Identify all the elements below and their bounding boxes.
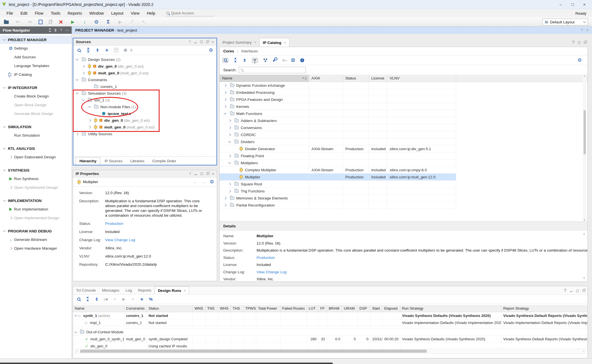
collapse-all-icon[interactable] bbox=[86, 48, 90, 53]
column-header[interactable]: VLNV bbox=[387, 75, 456, 82]
collapse-all-icon[interactable] bbox=[85, 297, 90, 302]
step-back-icon[interactable]: « bbox=[112, 297, 117, 302]
column-header[interactable]: License bbox=[369, 75, 387, 82]
tree-chevron-icon[interactable] bbox=[224, 91, 227, 94]
design-run-row[interactable]: mult_gen_0_synth_1 mult_gen_0 synth_desi… bbox=[73, 336, 587, 343]
close-icon[interactable]: × bbox=[586, 29, 589, 32]
tree-chevron-icon[interactable] bbox=[224, 204, 227, 207]
license-key-icon[interactable] bbox=[281, 58, 286, 63]
gear-icon[interactable] bbox=[577, 58, 582, 63]
sidebar-item[interactable]: IP Catalog bbox=[0, 70, 72, 79]
section-ip-integrator[interactable]: IP INTEGRATOR bbox=[0, 83, 72, 92]
messages-icon[interactable] bbox=[123, 48, 128, 53]
catalog-row[interactable]: Dynamic Function eXchange bbox=[220, 82, 456, 89]
float-panel-icon[interactable] bbox=[582, 290, 585, 292]
column-header[interactable]: Constraints bbox=[124, 305, 147, 312]
sources-tree-row[interactable]: div_gen_0 (div_gen_0.xci) bbox=[73, 117, 217, 124]
design-run-row[interactable]: synth_1 (active) constrs_1 Not started bbox=[73, 312, 587, 319]
catalog-row[interactable]: Multiplier Production Included xilinx.co… bbox=[220, 174, 456, 181]
column-header[interactable]: Start bbox=[370, 305, 383, 312]
menu-item[interactable]: Edit bbox=[17, 9, 31, 17]
catalog-row[interactable]: CORDIC bbox=[220, 131, 456, 138]
column-header[interactable]: Report Strategy bbox=[502, 305, 587, 312]
menu-item[interactable]: Help bbox=[143, 9, 159, 17]
close-panel-icon[interactable]: × bbox=[212, 172, 214, 175]
sources-tree-row[interactable]: constrs_1 bbox=[73, 83, 217, 90]
ip-settings-icon[interactable] bbox=[291, 58, 295, 63]
section-simulation[interactable]: SIMULATION bbox=[0, 123, 72, 131]
minimize-panel-icon[interactable] bbox=[570, 291, 573, 292]
expand-all-icon[interactable] bbox=[242, 58, 247, 63]
maximize-panel-icon[interactable] bbox=[200, 172, 203, 175]
minimize-panel-icon[interactable]: — bbox=[65, 28, 69, 32]
search-icon[interactable] bbox=[222, 58, 228, 63]
tree-chevron-icon[interactable] bbox=[224, 112, 227, 115]
tree-chevron-icon[interactable] bbox=[228, 154, 231, 157]
menu-item[interactable]: Reports bbox=[64, 9, 86, 17]
scroll-down-icon[interactable]: ∨ bbox=[583, 276, 585, 280]
catalog-row[interactable]: Floating Point bbox=[220, 152, 456, 159]
gear-icon[interactable] bbox=[209, 48, 213, 53]
catalog-row[interactable]: Kernels bbox=[220, 103, 456, 110]
toolbar-icon[interactable] bbox=[27, 19, 32, 25]
scroll-down-icon[interactable]: ∨ bbox=[584, 218, 586, 221]
tree-chevron-icon[interactable] bbox=[76, 132, 79, 135]
tree-chevron-icon[interactable] bbox=[82, 98, 85, 101]
sources-tree-row[interactable]: Simulation Sources (3) bbox=[73, 90, 217, 97]
tree-chevron-icon[interactable] bbox=[224, 105, 227, 108]
horizontal-scrollbar[interactable]: ‹ › bbox=[75, 349, 585, 354]
search-icon[interactable] bbox=[77, 48, 81, 53]
tab-design-runs[interactable]: Design Runs× bbox=[154, 286, 189, 294]
subtab-interfaces[interactable]: Interfaces bbox=[241, 49, 258, 53]
help-icon[interactable]: ? bbox=[189, 40, 191, 44]
layout-selector[interactable]: Default Layout bbox=[542, 19, 588, 25]
minimize-window-icon[interactable]: – bbox=[555, 0, 567, 9]
sources-tree-row[interactable]: Non-module Files (1) bbox=[73, 103, 217, 110]
catalog-row[interactable]: Adders & Subtracters bbox=[220, 117, 456, 124]
tree-chevron-icon[interactable] bbox=[76, 58, 79, 61]
maximize-panel-icon[interactable] bbox=[200, 41, 203, 43]
toolbar-icon[interactable] bbox=[94, 19, 99, 25]
column-header[interactable]: Status bbox=[343, 75, 369, 82]
sidebar-item[interactable]: Run Simulation bbox=[0, 131, 72, 140]
tree-chevron-icon[interactable] bbox=[224, 197, 227, 199]
sources-tree-row[interactable]: Design Sources (2) bbox=[73, 56, 217, 63]
hide-filters-icon[interactable] bbox=[252, 58, 258, 63]
maximize-window-icon[interactable]: □ bbox=[567, 0, 578, 9]
maximize-panel-icon[interactable] bbox=[576, 290, 579, 292]
close-tab-icon[interactable]: × bbox=[284, 41, 286, 45]
column-header[interactable]: BRAM bbox=[327, 305, 342, 312]
column-header[interactable]: DSP bbox=[358, 305, 370, 312]
column-header[interactable]: THS bbox=[231, 305, 244, 312]
section-project-manager[interactable]: PROJECT MANAGER bbox=[0, 35, 72, 44]
toolbar-icon[interactable] bbox=[129, 19, 135, 25]
sources-tree-row[interactable]: ipcore_test.v bbox=[73, 110, 217, 117]
expand-all-icon[interactable] bbox=[95, 48, 100, 53]
minimize-panel-icon[interactable] bbox=[194, 43, 197, 43]
column-header[interactable]: Name1 bbox=[220, 75, 309, 82]
column-header[interactable]: Run Strategy bbox=[400, 305, 502, 312]
expand-all-icon[interactable] bbox=[94, 297, 99, 302]
close-window-icon[interactable]: × bbox=[578, 0, 590, 9]
sources-view-tab[interactable]: IP Sources bbox=[101, 157, 126, 165]
sidebar-item[interactable]: Open Hardware Manager bbox=[0, 244, 72, 253]
sidebar-item[interactable]: Open Elaborated Design bbox=[0, 153, 72, 161]
close-tab-icon[interactable]: × bbox=[184, 288, 186, 293]
tree-chevron-icon[interactable] bbox=[228, 183, 231, 185]
sources-tree-row[interactable]: div_gen_0 (div_gen_0.xci) bbox=[73, 63, 217, 70]
sources-tree-row[interactable]: Utility Sources bbox=[73, 130, 217, 137]
catalog-row[interactable]: FPGA Features and Design bbox=[220, 96, 456, 103]
sidebar-item[interactable]: Generate Block Design bbox=[0, 109, 72, 118]
minimize-panel-icon[interactable] bbox=[195, 174, 197, 175]
tab-log[interactable]: Log bbox=[122, 286, 135, 294]
tab-tcl-console[interactable]: Tcl Console bbox=[73, 286, 99, 294]
toolbar-icon[interactable] bbox=[70, 19, 76, 25]
sources-view-tab[interactable]: Libraries bbox=[127, 157, 148, 165]
tree-chevron-icon[interactable] bbox=[228, 190, 231, 192]
menu-item[interactable]: Flow bbox=[31, 9, 47, 17]
sidebar-item[interactable]: Open Block Design bbox=[0, 101, 72, 109]
tree-chevron-icon[interactable] bbox=[88, 126, 91, 128]
scroll-up-icon[interactable]: ∧ bbox=[583, 232, 585, 236]
step-forward-icon[interactable]: » bbox=[131, 297, 135, 302]
catalog-search-input[interactable] bbox=[244, 68, 304, 72]
